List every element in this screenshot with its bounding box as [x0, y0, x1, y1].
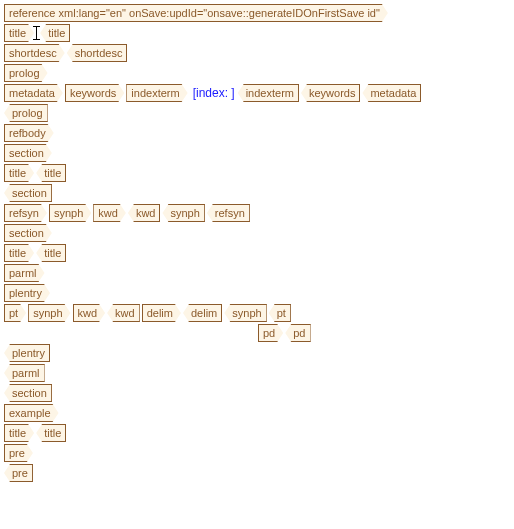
title-open-tag[interactable]: title — [4, 424, 34, 442]
pre-close-tag[interactable]: pre — [4, 464, 33, 482]
indexterm-open-tag[interactable]: indexterm — [126, 84, 187, 102]
example-open-tag[interactable]: example — [4, 404, 59, 422]
pt-close-tag[interactable]: pt — [269, 304, 291, 322]
index-placeholder[interactable]: [index: ] — [193, 86, 235, 100]
kwd-open-tag[interactable]: kwd — [73, 304, 106, 322]
indexterm-close-tag[interactable]: indexterm — [238, 84, 299, 102]
metadata-open-tag[interactable]: metadata — [4, 84, 63, 102]
plentry-open-tag[interactable]: plentry — [4, 284, 50, 302]
prolog-close-tag[interactable]: prolog — [4, 104, 48, 122]
parml-open-tag[interactable]: parml — [4, 264, 45, 282]
reference-open-tag[interactable]: reference xml:lang="en" onSave:updId="on… — [4, 4, 388, 22]
delim-close-tag[interactable]: delim — [183, 304, 222, 322]
shortdesc-close-tag[interactable]: shortdesc — [67, 44, 128, 62]
title-close-tag[interactable]: title — [36, 244, 66, 262]
pre-open-tag[interactable]: pre — [4, 444, 33, 462]
keywords-open-tag[interactable]: keywords — [65, 84, 124, 102]
section-close-tag[interactable]: section — [4, 384, 52, 402]
section-close-tag[interactable]: section — [4, 184, 52, 202]
refbody-open-tag[interactable]: refbody — [4, 124, 54, 142]
shortdesc-open-tag[interactable]: shortdesc — [4, 44, 65, 62]
kwd-open-tag[interactable]: kwd — [93, 204, 126, 222]
metadata-close-tag[interactable]: metadata — [362, 84, 421, 102]
synph-open-tag[interactable]: synph — [49, 204, 91, 222]
refsyn-open-tag[interactable]: refsyn — [4, 204, 47, 222]
title-close-tag[interactable]: title — [36, 424, 66, 442]
refsyn-close-tag[interactable]: refsyn — [207, 204, 250, 222]
title-close-tag[interactable]: title — [40, 24, 70, 42]
text-cursor — [33, 26, 40, 40]
title-open-tag[interactable]: title — [4, 244, 34, 262]
section-open-tag[interactable]: section — [4, 144, 52, 162]
synph-close-tag[interactable]: synph — [224, 304, 266, 322]
pd-open-tag[interactable]: pd — [258, 324, 283, 342]
keywords-close-tag[interactable]: keywords — [301, 84, 360, 102]
parml-close-tag[interactable]: parml — [4, 364, 45, 382]
kwd-close-tag[interactable]: kwd — [128, 204, 161, 222]
title-open-tag[interactable]: title — [4, 24, 34, 42]
plentry-close-tag[interactable]: plentry — [4, 344, 50, 362]
section-open-tag[interactable]: section — [4, 224, 52, 242]
title-open-tag[interactable]: title — [4, 164, 34, 182]
synph-open-tag[interactable]: synph — [28, 304, 70, 322]
delim-open-tag[interactable]: delim — [142, 304, 181, 322]
pd-close-tag[interactable]: pd — [285, 324, 310, 342]
synph-close-tag[interactable]: synph — [162, 204, 204, 222]
title-close-tag[interactable]: title — [36, 164, 66, 182]
prolog-open-tag[interactable]: prolog — [4, 64, 48, 82]
pt-open-tag[interactable]: pt — [4, 304, 26, 322]
kwd-close-tag[interactable]: kwd — [107, 304, 140, 322]
